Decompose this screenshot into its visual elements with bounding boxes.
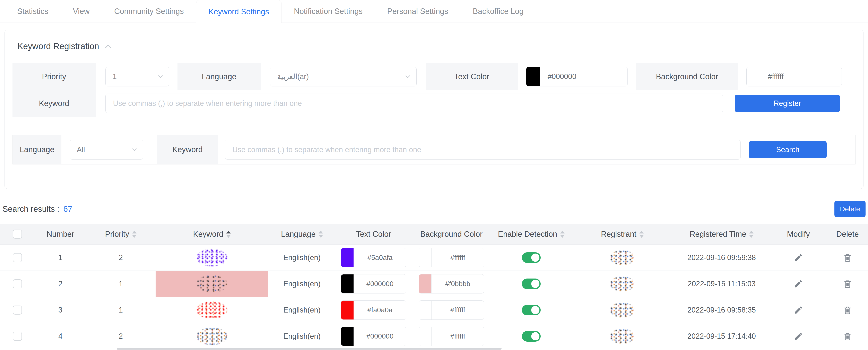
- cell-language: English(en): [268, 323, 336, 349]
- search-language-value: All: [77, 145, 85, 154]
- row-background-color-input[interactable]: #ffffff: [418, 300, 484, 320]
- header-registrant-label: Registrant: [601, 230, 636, 239]
- sort-arrows-icon[interactable]: [132, 231, 136, 238]
- header-background-color: Background Color: [411, 224, 491, 244]
- table-row: 4 2 English(en) #000000 #ffffff: [0, 323, 868, 349]
- search-keyword-input[interactable]: [225, 140, 741, 159]
- row-checkbox[interactable]: [13, 305, 22, 315]
- sort-arrows-icon[interactable]: [318, 231, 323, 238]
- chevron-up-icon[interactable]: [105, 45, 111, 50]
- keyword-input[interactable]: [105, 94, 723, 113]
- keywords-table: Number Priority Keyword Language Text Co…: [0, 224, 868, 349]
- modify-button[interactable]: [794, 305, 803, 315]
- chevron-down-icon: [158, 73, 163, 78]
- background-color-swatch: [419, 248, 432, 267]
- header-keyword[interactable]: Keyword: [156, 224, 268, 244]
- priority-select[interactable]: 1: [105, 67, 169, 86]
- panel-title: Keyword Registration: [18, 41, 99, 51]
- row-background-color-input[interactable]: #ffffff: [418, 248, 484, 267]
- header-registrant[interactable]: Registrant: [571, 224, 674, 244]
- language-select-value: العربية(ar): [277, 72, 309, 81]
- select-all-checkbox[interactable]: [13, 230, 22, 239]
- row-checkbox[interactable]: [13, 279, 22, 288]
- tab-keyword-settings[interactable]: Keyword Settings: [196, 0, 282, 23]
- registrant-blurred-text: [610, 250, 634, 265]
- chevron-down-icon: [132, 146, 137, 151]
- cell-keyword: [156, 271, 268, 297]
- row-text-color-input[interactable]: #5a0afa: [341, 248, 406, 267]
- pencil-icon: [794, 305, 803, 315]
- enable-detection-toggle[interactable]: [522, 279, 541, 289]
- row-background-color-input[interactable]: #f0bbbb: [418, 274, 484, 293]
- header-language-label: Language: [281, 230, 315, 239]
- bulk-delete-button[interactable]: Delete: [834, 201, 866, 217]
- background-color-input[interactable]: #ffffff: [746, 67, 842, 86]
- text-color-swatch: [341, 327, 354, 346]
- delete-button[interactable]: [843, 253, 852, 263]
- background-color-hex: #f0bbbb: [432, 274, 484, 293]
- text-color-swatch: [341, 301, 354, 320]
- modify-button[interactable]: [794, 253, 803, 262]
- cell-number: 1: [35, 244, 86, 270]
- modify-button[interactable]: [794, 279, 803, 289]
- modify-button[interactable]: [794, 331, 803, 341]
- header-enable-detection[interactable]: Enable Detection: [491, 224, 571, 244]
- tab-notification-settings[interactable]: Notification Settings: [281, 0, 375, 23]
- registrant-blurred-text: [610, 329, 634, 344]
- delete-button[interactable]: [843, 331, 852, 341]
- tab-community-settings[interactable]: Community Settings: [102, 0, 196, 23]
- tab-statistics[interactable]: Statistics: [5, 0, 61, 23]
- language-label: Language: [178, 63, 260, 90]
- row-checkbox[interactable]: [13, 332, 22, 341]
- cell-priority: 1: [86, 271, 156, 297]
- register-button[interactable]: Register: [735, 95, 840, 112]
- header-language[interactable]: Language: [268, 224, 336, 244]
- cell-registered-time: 2022-09-15 11:15:03: [674, 271, 770, 297]
- cell-registered-time: 2022-09-15 17:14:40: [674, 323, 770, 349]
- header-registered-time[interactable]: Registered Time: [674, 224, 770, 244]
- row-text-color-input[interactable]: #000000: [341, 327, 406, 346]
- tab-backoffice-log[interactable]: Backoffice Log: [460, 0, 536, 23]
- enable-detection-toggle[interactable]: [522, 305, 541, 315]
- results-row: Search results : 67 Delete: [2, 201, 866, 217]
- header-priority-label: Priority: [105, 230, 129, 239]
- cell-registered-time: 2022-09-16 09:58:35: [674, 297, 770, 323]
- cell-keyword: [156, 244, 268, 270]
- keyword-blurred-text: [196, 328, 227, 345]
- keyword-label: Keyword: [12, 90, 96, 117]
- sort-arrows-icon[interactable]: [639, 231, 644, 238]
- delete-button[interactable]: [843, 305, 852, 315]
- search-language-select[interactable]: All: [70, 140, 143, 159]
- cell-number: 4: [35, 323, 86, 349]
- text-color-hex: #000000: [540, 67, 627, 86]
- text-color-label: Text Color: [426, 63, 518, 90]
- search-results-count: 67: [63, 204, 72, 213]
- enable-detection-toggle[interactable]: [522, 331, 541, 342]
- header-priority[interactable]: Priority: [86, 224, 156, 244]
- tab-view[interactable]: View: [61, 0, 102, 23]
- priority-select-value: 1: [113, 72, 117, 81]
- horizontal-scrollbar[interactable]: [117, 348, 501, 350]
- sort-arrows-icon[interactable]: [226, 231, 231, 238]
- row-text-color-input[interactable]: #fa0a0a: [341, 300, 406, 320]
- tab-personal-settings[interactable]: Personal Settings: [375, 0, 460, 23]
- text-color-input[interactable]: #000000: [526, 67, 628, 86]
- row-background-color-input[interactable]: #ffffff: [418, 327, 484, 346]
- cell-number: 3: [35, 297, 86, 323]
- enable-detection-toggle[interactable]: [522, 252, 541, 263]
- keyword-blurred-text: [196, 301, 227, 319]
- search-language-label: Language: [13, 135, 61, 164]
- sort-arrows-icon[interactable]: [560, 231, 565, 238]
- text-color-hex: #fa0a0a: [354, 301, 406, 320]
- text-color-hex: #000000: [354, 274, 406, 293]
- search-button[interactable]: Search: [749, 141, 827, 158]
- pencil-icon: [794, 279, 803, 289]
- delete-button[interactable]: [843, 279, 852, 289]
- trash-icon: [843, 305, 852, 315]
- sort-arrows-icon[interactable]: [749, 231, 753, 238]
- language-select[interactable]: العربية(ar): [270, 67, 416, 86]
- cell-language: English(en): [268, 244, 336, 270]
- row-checkbox[interactable]: [13, 253, 22, 262]
- cell-registered-time: 2022-09-16 09:59:38: [674, 244, 770, 270]
- row-text-color-input[interactable]: #000000: [341, 274, 406, 293]
